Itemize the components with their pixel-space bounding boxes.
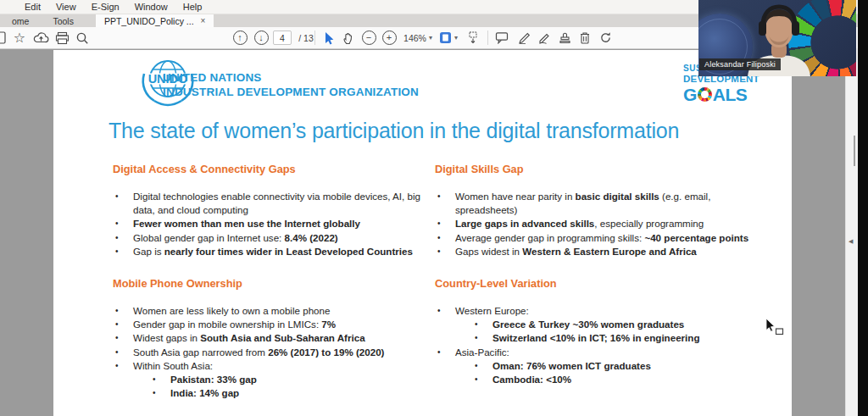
hand-tool-button[interactable] [339, 27, 358, 48]
star-icon[interactable]: ☆ [10, 27, 29, 48]
stamp-icon[interactable] [554, 27, 575, 48]
trash-icon[interactable] [575, 27, 595, 48]
bullet-item: •Fewer women than men use the Internet g… [113, 217, 423, 230]
chevron-down-icon: ▾ [429, 34, 432, 42]
bullet-marker: • [115, 346, 119, 359]
bullet-marker: • [475, 331, 478, 345]
bullet-marker: • [153, 373, 156, 386]
org-name: UNITED NATIONS INDUSTRIAL DEVELOPMENT OR… [163, 70, 419, 99]
bullet-text: Widest gaps in [133, 332, 200, 343]
bullet-text: Western Europe: [455, 305, 529, 316]
bullet-text: ~40 percentage points [644, 232, 748, 243]
menu-item-edit[interactable]: Edit [17, 2, 48, 12]
bullet-item: •Switzerland <10% in ICT; 16% in enginee… [472, 331, 754, 345]
toolbar-divider [487, 31, 488, 45]
rotate-icon[interactable] [595, 27, 615, 48]
bullet-marker: • [475, 373, 478, 386]
bullet-text: Fewer women than men use the Internet gl… [133, 218, 360, 229]
bullet-marker: • [153, 386, 156, 400]
bullet-item: •Women have near parity in basic digital… [435, 190, 754, 217]
bullet-text: Cambodia: <10% [492, 374, 571, 385]
slide-column-left: Digital Access & Connectivity Gaps•Digit… [113, 163, 423, 416]
menu-item-help[interactable]: Help [175, 2, 210, 12]
bullet-text: nearly four times wider in Least Develop… [164, 246, 413, 257]
bullet-text: 26% (2017) to 19% (2020) [268, 347, 384, 358]
section-heading: Digital Skills Gap [435, 163, 754, 175]
participant-name-label: Aleksandar Filiposki [699, 58, 781, 70]
toolbar-divider [314, 31, 315, 45]
tab-label: PPT_UNIDO_Policy ... [104, 16, 194, 26]
menu-item-window[interactable]: Window [127, 2, 175, 12]
cloud-upload-icon[interactable] [31, 27, 50, 48]
bullet-marker: • [475, 359, 478, 373]
bullet-text: 7% [321, 319, 336, 330]
bullet-marker: • [437, 217, 441, 230]
tab-0[interactable]: ome [0, 14, 41, 27]
bullet-item: •Gender gap in mobile ownership in LMICs… [113, 318, 423, 331]
bullet-text: Global gender gap in Internet use: [133, 232, 285, 243]
screen-edge [858, 0, 868, 416]
document-icon[interactable] [0, 27, 7, 48]
webcam-overlay: Aleksandar Filiposki [698, 0, 856, 76]
bullet-marker: • [437, 304, 441, 318]
bullet-marker: • [115, 231, 119, 245]
zoom-out-button[interactable]: − [359, 27, 378, 48]
tab-1[interactable]: Tools [41, 14, 86, 27]
zoom-level-value: 146% [403, 33, 426, 43]
bullet-item: •South Asia gap narrowed from 26% (2017)… [113, 346, 423, 359]
search-icon[interactable] [73, 27, 92, 48]
fill-sign-icon[interactable] [534, 27, 554, 48]
slide-title: The state of women’s participation in th… [108, 119, 679, 143]
bullet-item: •Average gender gap in programming skill… [435, 231, 754, 245]
bullet-item: •Within South Asia: [113, 359, 423, 373]
select-tool-button[interactable] [320, 27, 338, 48]
bullet-text: Western & Eastern Europe and Africa [522, 246, 697, 257]
bullet-item: •Digital technologies enable connectivit… [113, 190, 423, 217]
sdg-goals: G ALS [683, 86, 760, 103]
bullet-text: Pakistan: 33% gap [170, 374, 257, 385]
section-heading: Mobile Phone Ownership [113, 277, 423, 290]
print-icon[interactable] [53, 27, 71, 48]
bullet-list: •Western Europe:•Greece & Turkey ~30% wo… [435, 304, 754, 386]
bullet-text: South Asia and Sub-Saharan Africa [200, 332, 364, 343]
bullet-text: Digital technologies enable connectivity… [133, 191, 420, 215]
scrollbar-thumb[interactable] [854, 136, 855, 166]
bullet-marker: • [115, 190, 119, 203]
bullet-text: India: 14% gap [170, 387, 239, 398]
menu-item-e-sign[interactable]: E-Sign [84, 2, 127, 12]
org-name-line2: INDUSTRIAL DEVELOPMENT ORGANIZATION [163, 85, 419, 99]
bullet-marker: • [437, 231, 441, 245]
bullet-list: •Digital technologies enable connectivit… [113, 190, 423, 258]
next-page-button[interactable]: ↓ [252, 27, 270, 48]
vertical-scrollbar[interactable]: ◀ [845, 48, 858, 416]
zoom-in-button[interactable]: + [380, 27, 398, 48]
zoom-level-dropdown[interactable]: 146% ▾ [400, 27, 436, 48]
menu-bar-items: EditViewE-SignWindowHelp [17, 2, 209, 12]
bullet-text: Women have near parity in [455, 191, 576, 202]
bullet-text: Women are less likely to own a mobile ph… [133, 305, 330, 316]
comment-icon[interactable] [492, 27, 512, 48]
bullet-text: Average gender gap in programming skills… [455, 232, 644, 243]
bullet-item: •Greece & Turkey ~30% women graduates [472, 318, 754, 331]
previous-page-button[interactable]: ↑ [231, 27, 249, 48]
chevron-down-icon: ▾ [454, 34, 458, 42]
sdg-wheel-icon [698, 87, 712, 102]
bullet-item: •Widest gaps in South Asia and Sub-Sahar… [113, 331, 423, 345]
bullet-item: •Pakistan: 33% gap [150, 373, 423, 386]
menu-item-view[interactable]: View [48, 2, 84, 12]
bullet-text: Switzerland <10% in ICT; 16% in engineer… [492, 332, 700, 343]
bullet-marker: • [437, 190, 441, 203]
pencil-highlight-icon[interactable] [514, 27, 534, 48]
close-icon[interactable]: × [201, 16, 206, 25]
collapse-pane-icon[interactable]: ◀ [849, 238, 853, 245]
tab-document[interactable]: PPT_UNIDO_Policy ...× [96, 14, 214, 27]
bullet-text: Within South Asia: [133, 360, 213, 371]
page-scrolling-icon[interactable] [463, 27, 483, 48]
bullet-text: Gaps widest in [455, 246, 522, 257]
bullet-text: basic digital skills [576, 191, 659, 202]
fit-page-dropdown[interactable]: ▾ [436, 27, 461, 48]
tab-label: ome [12, 16, 29, 26]
page-number-input[interactable]: 4 [273, 31, 292, 45]
bullet-item: •Gaps widest in Western & Eastern Europe… [435, 245, 754, 258]
bullet-item: •Western Europe: [435, 304, 754, 318]
